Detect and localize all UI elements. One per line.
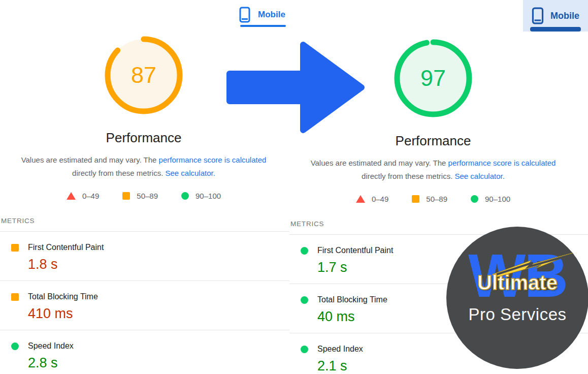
metric-status-icon xyxy=(301,296,308,304)
metric-name: Total Blocking Time xyxy=(317,295,387,304)
metric-name: First Contentful Paint xyxy=(28,243,104,252)
tab-active-indicator xyxy=(240,25,286,27)
metric-name: Total Blocking Time xyxy=(28,292,98,301)
tab-mobile-after[interactable]: Mobile xyxy=(523,0,588,32)
metric-status-icon xyxy=(11,244,19,252)
pagespeed-comparison: Mobile Mobile 87 97 Performance Values a… xyxy=(0,0,588,374)
metric-row-fcp: First Contentful Paint 1.8 s xyxy=(0,232,289,281)
metric-status-icon xyxy=(301,346,308,353)
metric-value: 410 ms xyxy=(28,306,98,322)
metric-status-icon xyxy=(301,247,308,255)
metric-name: First Contentful Paint xyxy=(317,246,393,255)
average-square-icon xyxy=(122,192,130,200)
metric-value: 1.8 s xyxy=(28,257,104,272)
metric-row-tbt: Total Blocking Time 410 ms xyxy=(0,281,289,330)
description-text: Values are estimated and may vary. The xyxy=(311,159,448,167)
score-legend-before: 0–49 50–89 90–100 xyxy=(0,192,287,200)
good-circle-icon xyxy=(181,192,189,200)
calculator-link[interactable]: performance score is calculated xyxy=(159,155,267,164)
average-square-icon xyxy=(412,195,419,203)
tab-mobile-before[interactable]: Mobile xyxy=(239,3,285,27)
logo-title: Ultimate xyxy=(446,271,588,294)
performance-gauge-after: 97 xyxy=(393,38,474,119)
metric-status-icon xyxy=(11,342,19,350)
legend-item-average: 50–89 xyxy=(122,192,158,200)
mobile-phone-icon xyxy=(239,7,250,23)
legend-range: 90–100 xyxy=(195,192,221,200)
metrics-header: METRICS xyxy=(0,215,289,232)
metric-value: 2.1 s xyxy=(317,358,363,374)
see-calculator-link[interactable]: See calculator. xyxy=(165,169,215,177)
mobile-phone-icon xyxy=(532,7,544,24)
metric-row-speed-index: Speed Index 2.8 s xyxy=(0,330,289,374)
performance-title-after: Performance xyxy=(289,133,577,149)
score-description-after: Values are estimated and may vary. The p… xyxy=(302,157,564,183)
metric-value: 40 ms xyxy=(317,309,387,325)
metric-name: Speed Index xyxy=(317,345,363,354)
legend-item-poor: 0–49 xyxy=(67,192,99,200)
watermark-logo: WB Ultimate Pro Services xyxy=(446,227,588,369)
metric-value: 1.7 s xyxy=(317,260,393,275)
tab-mobile-label: Mobile xyxy=(550,11,579,21)
legend-item-poor: 0–49 xyxy=(356,195,388,203)
description-text: directly from these metrics. xyxy=(72,169,165,177)
tab-active-indicator xyxy=(530,27,581,32)
description-text: Values are estimated and may vary. The xyxy=(21,155,159,164)
score-legend-after: 0–49 50–89 90–100 xyxy=(289,195,577,203)
poor-triangle-icon xyxy=(67,192,76,200)
legend-item-good: 90–100 xyxy=(471,195,510,203)
legend-item-good: 90–100 xyxy=(181,192,221,200)
description-text: directly from these metrics. xyxy=(362,172,454,180)
score-description-before: Values are estimated and may vary. The p… xyxy=(13,153,275,180)
legend-range: 50–89 xyxy=(137,192,158,200)
poor-triangle-icon xyxy=(356,195,365,203)
calculator-link[interactable]: performance score is calculated xyxy=(448,159,556,167)
legend-range: 0–49 xyxy=(372,195,388,203)
performance-gauge-before: 87 xyxy=(103,35,184,116)
metric-name: Speed Index xyxy=(28,341,74,351)
see-calculator-link[interactable]: See calculator. xyxy=(454,172,504,180)
score-value: 87 xyxy=(103,35,184,116)
metric-value: 2.8 s xyxy=(28,355,74,371)
improvement-arrow-icon xyxy=(223,38,371,135)
legend-item-average: 50–89 xyxy=(412,195,447,203)
metric-status-icon xyxy=(11,293,19,301)
legend-range: 90–100 xyxy=(485,195,510,203)
metrics-section-before: METRICS First Contentful Paint 1.8 s Tot… xyxy=(0,215,289,374)
legend-range: 0–49 xyxy=(82,192,99,200)
logo-subtitle: Pro Services xyxy=(446,305,588,324)
legend-range: 50–89 xyxy=(426,195,447,203)
good-circle-icon xyxy=(471,195,478,203)
tab-mobile-label: Mobile xyxy=(258,10,285,20)
score-value: 97 xyxy=(393,38,474,119)
